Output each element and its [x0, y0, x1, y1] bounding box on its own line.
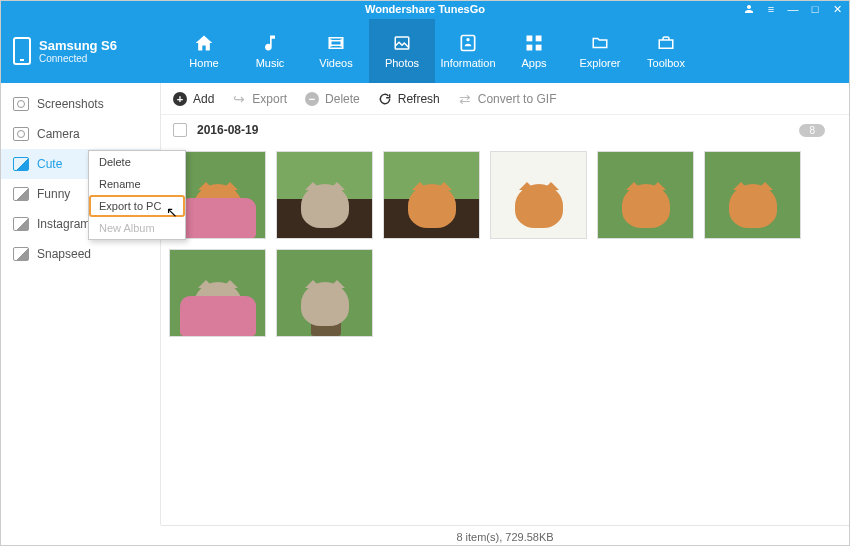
photo-thumbnail[interactable] [276, 249, 373, 337]
maximize-button[interactable]: □ [809, 3, 821, 15]
picture-icon [13, 187, 29, 201]
photo-thumbnail[interactable] [490, 151, 587, 239]
button-label: Add [193, 92, 214, 106]
select-all-checkbox[interactable] [173, 123, 187, 137]
svg-rect-6 [536, 45, 542, 51]
export-icon: ↪ [232, 92, 246, 106]
context-item-new-album: New Album [89, 217, 185, 239]
tab-label: Toolbox [647, 57, 685, 69]
sidebar-item-screenshots[interactable]: Screenshots [1, 89, 160, 119]
tab-apps[interactable]: Apps [501, 19, 567, 83]
svg-rect-3 [527, 36, 533, 42]
camera-icon [13, 97, 29, 111]
context-item-rename[interactable]: Rename [89, 173, 185, 195]
device-name: Samsung S6 [39, 38, 117, 53]
button-label: Export [252, 92, 287, 106]
refresh-icon [378, 92, 392, 106]
button-label: Delete [325, 92, 360, 106]
sidebar-item-label: Cute [37, 157, 62, 171]
delete-button[interactable]: −Delete [305, 92, 360, 106]
convert-icon: ⇄ [458, 92, 472, 106]
sidebar-item-label: Camera [37, 127, 80, 141]
svg-rect-4 [536, 36, 542, 42]
tab-music[interactable]: Music [237, 19, 303, 83]
sidebar-item-snapseed[interactable]: Snapseed [1, 239, 160, 269]
videos-icon [324, 33, 348, 53]
photo-thumbnail[interactable] [383, 151, 480, 239]
mouse-cursor-icon: ↖ [166, 204, 178, 220]
information-icon [456, 33, 480, 53]
top-navigation: Samsung S6 Connected Home Music Videos P… [1, 19, 849, 83]
section-date: 2016-08-19 [197, 123, 258, 137]
picture-icon [13, 217, 29, 231]
tab-label: Music [256, 57, 285, 69]
device-status: Connected [39, 53, 117, 64]
home-icon [192, 33, 216, 53]
svg-rect-7 [659, 40, 673, 48]
window-controls: ≡ — □ ✕ [743, 3, 843, 15]
button-label: Refresh [398, 92, 440, 106]
minus-icon: − [305, 92, 319, 106]
toolbar: +Add ↪Export −Delete Refresh ⇄Convert to… [161, 83, 849, 115]
photos-icon [390, 33, 414, 53]
tab-label: Information [440, 57, 495, 69]
photo-thumbnail[interactable] [276, 151, 373, 239]
plus-icon: + [173, 92, 187, 106]
sidebar-item-camera[interactable]: Camera [1, 119, 160, 149]
tab-explorer[interactable]: Explorer [567, 19, 633, 83]
tab-label: Apps [521, 57, 546, 69]
minimize-button[interactable]: — [787, 3, 799, 15]
phone-icon [13, 37, 31, 65]
section-header: 2016-08-19 8 [161, 115, 849, 145]
tab-videos[interactable]: Videos [303, 19, 369, 83]
svg-rect-1 [461, 36, 474, 51]
picture-icon [13, 247, 29, 261]
photo-thumbnail[interactable] [704, 151, 801, 239]
camera-icon [13, 127, 29, 141]
sidebar-item-label: Funny [37, 187, 70, 201]
photo-thumbnail[interactable] [597, 151, 694, 239]
context-menu: Delete Rename Export to PC New Album [88, 150, 186, 240]
toolbox-icon [654, 33, 678, 53]
status-text: 8 item(s), 729.58KB [456, 531, 553, 543]
app-title: Wondershare TunesGo [365, 3, 485, 15]
tab-information[interactable]: Information [435, 19, 501, 83]
status-bar: 8 item(s), 729.58KB [161, 525, 849, 546]
tab-photos[interactable]: Photos [369, 19, 435, 83]
title-bar: Wondershare TunesGo ≡ — □ ✕ [1, 1, 849, 19]
tab-label: Explorer [580, 57, 621, 69]
photo-grid [161, 145, 849, 525]
refresh-button[interactable]: Refresh [378, 92, 440, 106]
picture-icon [13, 157, 29, 171]
user-icon[interactable] [743, 3, 755, 15]
tab-home[interactable]: Home [171, 19, 237, 83]
tab-label: Photos [385, 57, 419, 69]
context-item-delete[interactable]: Delete [89, 151, 185, 173]
export-button[interactable]: ↪Export [232, 92, 287, 106]
sidebar-item-label: Instagram [37, 217, 90, 231]
tab-label: Home [189, 57, 218, 69]
apps-icon [522, 33, 546, 53]
main-tabs: Home Music Videos Photos Information App… [161, 19, 849, 83]
convert-gif-button[interactable]: ⇄Convert to GIF [458, 92, 557, 106]
photo-thumbnail[interactable] [169, 249, 266, 337]
menu-icon[interactable]: ≡ [765, 3, 777, 15]
button-label: Convert to GIF [478, 92, 557, 106]
content-area: +Add ↪Export −Delete Refresh ⇄Convert to… [161, 83, 849, 525]
add-button[interactable]: +Add [173, 92, 214, 106]
explorer-icon [588, 33, 612, 53]
tab-toolbox[interactable]: Toolbox [633, 19, 699, 83]
close-button[interactable]: ✕ [831, 3, 843, 15]
svg-rect-5 [527, 45, 533, 51]
sidebar-item-label: Snapseed [37, 247, 91, 261]
music-icon [258, 33, 282, 53]
svg-point-2 [466, 38, 469, 41]
section-count-badge: 8 [799, 124, 825, 137]
tab-label: Videos [319, 57, 352, 69]
sidebar-item-label: Screenshots [37, 97, 104, 111]
device-panel[interactable]: Samsung S6 Connected [1, 19, 161, 83]
